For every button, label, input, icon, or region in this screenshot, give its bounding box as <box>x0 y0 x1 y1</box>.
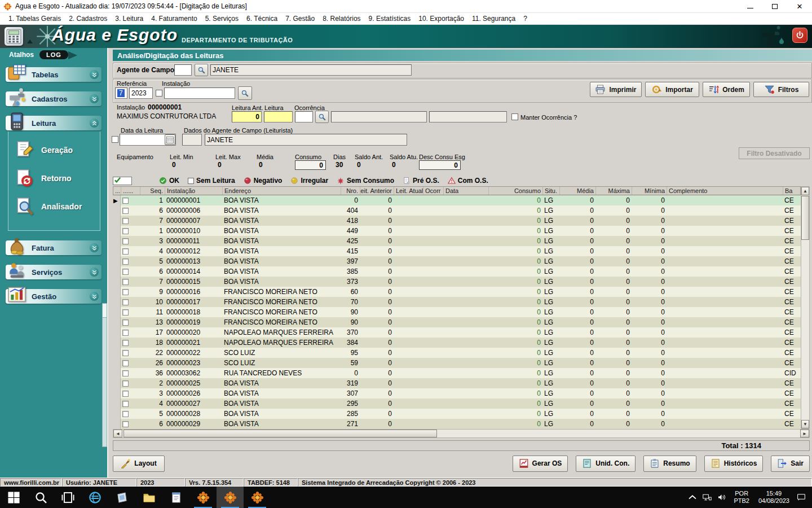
gerar-os-button[interactable]: Gerar OS <box>513 456 568 472</box>
leitura-ant-field[interactable]: 0 <box>232 111 262 122</box>
row-checkbox[interactable] <box>122 319 129 326</box>
menu-item-3[interactable]: 3. Leitura <box>111 14 147 24</box>
row-checkbox[interactable] <box>122 218 129 224</box>
row-checkbox[interactable] <box>122 421 129 427</box>
power-button[interactable] <box>792 28 807 43</box>
start-button[interactable] <box>0 487 27 508</box>
sidebar-item-cadastros[interactable]: Cadastros <box>6 91 102 106</box>
table-row[interactable]: 1000000010BOA VISTA44900LG000CE <box>113 226 801 236</box>
chevron-down-button[interactable] <box>90 243 99 252</box>
close-button[interactable]: ✕ <box>787 0 812 13</box>
chevron-down-button[interactable] <box>90 94 99 103</box>
instalacao-busca-checkbox[interactable] <box>156 90 162 97</box>
maximize-button[interactable] <box>762 0 787 13</box>
language-indicator[interactable]: POR PTB2 <box>729 490 754 505</box>
column-header-11[interactable]: Situ. <box>543 187 560 195</box>
row-checkbox[interactable] <box>122 248 129 255</box>
column-header-12[interactable]: Média <box>560 187 596 195</box>
leitura-field[interactable] <box>264 111 293 122</box>
table-row[interactable]: 9000000016FRANCISCO MOREIRA NETO6000LG00… <box>113 287 801 297</box>
notification-icon[interactable] <box>794 493 809 501</box>
menu-item-1[interactable]: 1. Tabelas Gerais <box>5 14 65 24</box>
row-checkbox[interactable] <box>122 340 129 346</box>
historicos-button[interactable]: Históricos <box>704 456 764 472</box>
layout-button[interactable]: Layout <box>113 456 165 472</box>
table-row[interactable]: 10000000017FRANCISCO MOREIRA NETO7000LG0… <box>113 297 801 307</box>
column-header-15[interactable]: Complemento <box>667 187 783 195</box>
agente-search-button[interactable] <box>195 64 208 76</box>
speaker-icon[interactable] <box>714 493 729 501</box>
row-checkbox[interactable] <box>122 198 129 204</box>
calendar-button[interactable] <box>165 134 175 145</box>
imprimir-button[interactable]: Imprimir <box>590 82 642 97</box>
sair-button[interactable]: Sair <box>771 456 810 472</box>
row-checkbox[interactable] <box>122 228 129 234</box>
menu-item-5[interactable]: 5. Serviços <box>201 14 242 24</box>
sidebar-item-retorno[interactable]: Retorno <box>14 168 100 189</box>
manter-ocorrencia-checkbox[interactable] <box>511 113 518 120</box>
filtros-button[interactable]: Filtros <box>753 82 809 97</box>
table-row[interactable]: 6000000006BOA VISTA40400LG000CE <box>113 205 801 216</box>
chevron-up-button[interactable] <box>90 119 99 128</box>
sidebar-item-geracao[interactable]: Geração <box>14 140 100 160</box>
network-icon[interactable] <box>700 493 714 501</box>
minimize-button[interactable] <box>738 0 762 13</box>
row-checkbox[interactable] <box>122 411 129 417</box>
table-row[interactable]: 11000000018FRANCISCO MOREIRA NETO9000LG0… <box>113 307 801 317</box>
menu-item-12[interactable]: ? <box>519 14 531 24</box>
log-badge[interactable]: LOG <box>39 50 68 59</box>
horizontal-scrollbar[interactable]: ◄ ► <box>113 429 810 438</box>
sidebar-scroll-thumb[interactable] <box>102 303 107 318</box>
row-checkbox[interactable] <box>122 370 129 376</box>
menu-item-2[interactable]: 2. Cadastros <box>65 14 111 24</box>
column-header-0[interactable]: .... <box>113 187 121 195</box>
menu-item-11[interactable]: 11. Segurança <box>468 14 519 24</box>
menu-item-10[interactable]: 10. Exportação <box>414 14 468 24</box>
column-header-6[interactable]: Leit. Anterior <box>360 187 394 195</box>
app-window-button[interactable] <box>108 487 135 508</box>
sidebar-item-analisador[interactable]: Analisador <box>14 196 100 217</box>
table-row[interactable]: 4000000012BOA VISTA41500LG000CE <box>113 246 801 256</box>
row-checkbox[interactable] <box>122 279 129 285</box>
table-row[interactable]: 17000000020NAPOLEAO MARQUES FERREIRA3700… <box>113 327 801 338</box>
sidebar-item-gestao[interactable]: Gestão <box>6 289 102 304</box>
instalacao-busca-input[interactable] <box>164 87 235 99</box>
menu-item-6[interactable]: 6. Técnica <box>242 14 281 24</box>
row-checkbox[interactable] <box>122 360 129 366</box>
sidebar-scrollbar[interactable] <box>102 303 107 447</box>
table-row[interactable]: 6000000014BOA VISTA38500LG000CE <box>113 266 801 277</box>
ordem-button[interactable]: Ordem <box>703 82 750 97</box>
fiorilli-app-1-button[interactable] <box>189 487 217 508</box>
row-checkbox[interactable] <box>122 380 129 387</box>
filtro-desativado-button[interactable]: Filtro Desativado <box>739 147 810 159</box>
chevron-down-button[interactable] <box>90 292 99 301</box>
chevron-down-button[interactable] <box>90 268 99 277</box>
column-header-4[interactable]: Endereço <box>223 187 341 195</box>
taskbar-search-button[interactable] <box>27 487 54 508</box>
row-checkbox[interactable] <box>122 269 129 275</box>
menu-item-7[interactable]: 7. Gestão <box>281 14 319 24</box>
table-row[interactable]: 36000003062RUA TANCREDO NEVES000LG000CID <box>113 368 801 378</box>
resumo-button[interactable]: Resumo <box>643 456 696 472</box>
table-row[interactable]: 26000000023SCO LUIZ5900LG000CE <box>113 358 801 368</box>
row-checkbox[interactable] <box>122 401 129 407</box>
scroll-right-arrow[interactable]: ► <box>800 430 809 437</box>
table-row[interactable]: 13000000019FRANCISCO MOREIRA NETO9000LG0… <box>113 317 801 327</box>
column-header-14[interactable]: Mínima <box>632 187 667 195</box>
column-header-5[interactable]: Nro. <box>341 187 360 195</box>
scroll-down-arrow[interactable]: ▼ <box>801 420 809 428</box>
table-row[interactable]: 18000000021NAPOLEAO MARQUES FERREIRA3840… <box>113 338 801 348</box>
referencia-year-input[interactable]: 2023 <box>129 87 153 99</box>
internet-explorer-button[interactable] <box>81 487 108 508</box>
task-view-button[interactable] <box>54 487 81 508</box>
unid-con-button[interactable]: Unid. Con. <box>576 456 636 472</box>
column-header-1[interactable]: ...... <box>121 187 140 195</box>
chevron-down-button[interactable] <box>90 70 99 79</box>
column-header-9[interactable]: Data <box>444 187 489 195</box>
row-checkbox[interactable] <box>122 391 129 397</box>
data-leitura-checkbox[interactable] <box>112 136 118 143</box>
row-checkbox[interactable] <box>122 330 129 336</box>
ocorrencia-code-input[interactable] <box>295 111 313 122</box>
referencia-month-input[interactable]: 7 <box>115 87 127 99</box>
agente-code-input[interactable] <box>174 64 192 76</box>
